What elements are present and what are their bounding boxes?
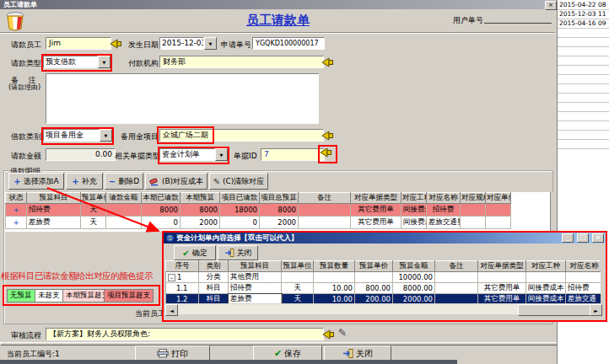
tree-cell[interactable]: 1.2: [166, 294, 199, 304]
cell[interactable]: 其它费用单: [351, 204, 402, 217]
tree-cell[interactable]: 1.1: [166, 283, 199, 294]
popup-maximize-button[interactable]: □: [577, 233, 589, 243]
list-item[interactable]: [558, 56, 609, 66]
cell[interactable]: 其他费用: [229, 272, 282, 283]
cell[interactable]: [355, 272, 393, 283]
cell[interactable]: [106, 204, 142, 217]
approval-edit-pencil-icon[interactable]: ✎: [338, 327, 347, 339]
list-item[interactable]: [558, 140, 609, 149]
date-dropdown-button[interactable]: ▼: [204, 37, 217, 50]
cell[interactable]: [106, 217, 142, 229]
cell[interactable]: 间接费成本: [526, 283, 566, 294]
cell[interactable]: 8000.00: [393, 283, 435, 294]
list-item[interactable]: [558, 84, 609, 94]
cell[interactable]: 其它费用单: [351, 217, 402, 229]
doc-id-input[interactable]: 7: [261, 148, 325, 161]
cell[interactable]: [486, 217, 511, 229]
popup-row-category[interactable]: −1 分类 其他费用 10000.00: [166, 272, 601, 283]
cell[interactable]: 天: [282, 283, 314, 294]
cell[interactable]: [299, 217, 351, 229]
cell[interactable]: [461, 204, 486, 217]
cell[interactable]: [526, 272, 566, 283]
cell[interactable]: 200.00: [355, 294, 393, 304]
list-item[interactable]: [558, 103, 609, 112]
list-item[interactable]: [558, 66, 609, 75]
cell[interactable]: 2000.00: [393, 294, 435, 304]
cell[interactable]: [435, 283, 478, 294]
popup-titlebar[interactable]: 资金计划单内容选择【双击可以代入】 _ □ ×: [164, 233, 606, 244]
cell[interactable]: 间接费成本: [526, 294, 566, 304]
list-item[interactable]: [558, 47, 609, 56]
cell[interactable]: [282, 272, 314, 283]
cell[interactable]: 8000: [142, 204, 181, 217]
cell[interactable]: [486, 204, 511, 217]
reserve-project-input[interactable]: 众城广场二期: [159, 129, 324, 142]
cell[interactable]: 天: [282, 294, 314, 304]
list-item[interactable]: [558, 112, 609, 121]
loan-category-dropdown-button[interactable]: ▼: [100, 129, 112, 142]
cell[interactable]: 8000: [181, 204, 220, 217]
popup-close-button[interactable]: ×: [592, 233, 604, 243]
cell[interactable]: 其它费用单: [478, 294, 526, 304]
cell[interactable]: 0: [220, 217, 260, 229]
cell[interactable]: 18000: [220, 204, 260, 217]
scroll-left-button[interactable]: ◄: [165, 304, 178, 316]
approval-input[interactable]: 【新方案】财务人员权限角色:: [46, 328, 324, 340]
pay-org-input[interactable]: 财务部: [159, 56, 324, 68]
cell[interactable]: [435, 272, 478, 283]
table-row[interactable]: + 招待费 天 8000 8000 18000 8000 其它费用单 间接费成2…: [6, 204, 511, 217]
approval-lookup-icon[interactable]: [322, 329, 335, 340]
cell[interactable]: 10000.00: [393, 272, 435, 283]
popup-close2-button[interactable]: 关闭: [218, 245, 258, 260]
popup-ok-button[interactable]: ✔ 确定: [174, 245, 216, 260]
list-item[interactable]: 2015-04-22 08: [558, 1, 609, 10]
supplement-button[interactable]: +补充: [66, 173, 103, 190]
popup-hscrollbar[interactable]: ◄ ►: [165, 304, 601, 314]
window-close-button[interactable]: ×: [545, 1, 557, 10]
cell[interactable]: [478, 272, 526, 283]
select-add-button[interactable]: +选择添加A: [8, 173, 64, 190]
popup-row-item[interactable]: 1.1 科目 招待费 天 10.00 800.00 8000.00 其它费用单 …: [166, 283, 601, 294]
table-row[interactable]: + 差旅费 天 0 2000 0 2000 其它费用单 间接费成2 差旅交通费: [6, 217, 511, 229]
cell[interactable]: 招待费: [229, 283, 282, 294]
cell[interactable]: 招待费: [566, 283, 601, 294]
remark-textarea[interactable]: [46, 73, 319, 124]
request-type-combo[interactable]: 预支借款 ▼: [43, 56, 110, 68]
cell[interactable]: [461, 217, 486, 229]
cell[interactable]: 10.00: [314, 283, 355, 294]
request-type-dropdown-button[interactable]: ▼: [98, 56, 110, 68]
cell[interactable]: 800.00: [355, 283, 393, 294]
cell[interactable]: 天: [81, 217, 106, 229]
cell[interactable]: 招待费: [27, 204, 81, 217]
list-item[interactable]: [558, 94, 609, 103]
list-item[interactable]: [558, 121, 609, 131]
cell[interactable]: 差旅交通费: [427, 217, 461, 229]
cell[interactable]: [299, 204, 351, 217]
popup-minimize-button[interactable]: _: [562, 233, 574, 243]
cell-inline-editor[interactable]: 差旅费: [229, 294, 282, 304]
scroll-right-button[interactable]: ►: [590, 304, 602, 316]
date-combo[interactable]: 2015-12-03 ▼: [159, 37, 217, 50]
cell[interactable]: 招待费: [427, 204, 461, 217]
requester-lookup-icon[interactable]: [110, 39, 122, 49]
list-item[interactable]: [558, 38, 609, 47]
list-item[interactable]: 2015-12-03 11: [558, 10, 609, 19]
tree-collapse-icon[interactable]: −: [168, 274, 175, 281]
cell[interactable]: 2000: [181, 217, 220, 229]
detail-grid-scroll-strip[interactable]: [550, 192, 557, 232]
list-item[interactable]: [558, 131, 609, 140]
cell[interactable]: 0: [142, 217, 181, 229]
cell[interactable]: 分类: [199, 272, 229, 283]
pay-org-lookup-icon[interactable]: [321, 57, 334, 67]
loan-category-combo[interactable]: 项目备用金 ▼: [43, 129, 112, 142]
cell[interactable]: 其它费用单: [478, 283, 526, 294]
cell[interactable]: [435, 294, 478, 304]
cell[interactable]: 8000: [260, 204, 299, 217]
delete-button[interactable]: −删除D: [105, 173, 143, 190]
cell[interactable]: [566, 272, 601, 283]
request-no-input[interactable]: YGQKD100000017: [252, 37, 325, 50]
popup-row-selected[interactable]: 1.2 科目 差旅费 天 10.00 200.00 2000.00 其它费用单 …: [166, 294, 601, 304]
related-doc-type-dropdown-button[interactable]: ▼: [215, 148, 228, 161]
cell[interactable]: 2000: [260, 217, 299, 229]
doc-id-lookup-icon[interactable]: [320, 147, 332, 158]
